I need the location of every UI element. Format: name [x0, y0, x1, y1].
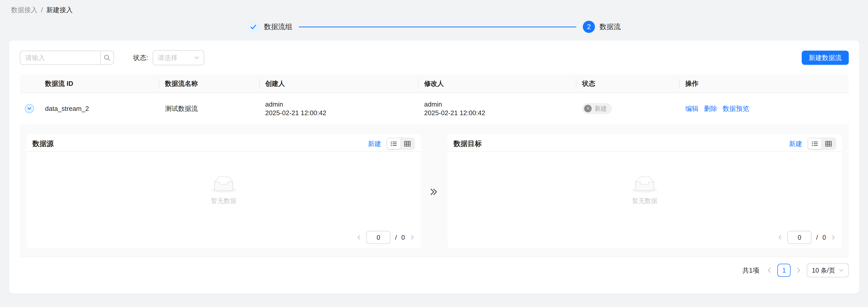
chevron-down-icon — [839, 268, 844, 273]
chevron-right-icon — [796, 267, 802, 273]
page-separator: / — [816, 234, 818, 241]
data-source-panel: 数据源 新建 暂 — [26, 134, 421, 249]
created-timestamp: 2025-02-21 12:00:42 — [265, 109, 412, 117]
empty-box-icon — [211, 176, 236, 193]
prev-page-button[interactable] — [777, 235, 783, 240]
view-toggle — [807, 137, 836, 150]
main-card: 状态: 请选择 新建数据流 数据流 ID 数据流名称 创建人 修改人 状态 操作 — [9, 40, 859, 294]
column-header-modifier: 修改人 — [418, 79, 576, 88]
cell-modifier: admin 2025-02-21 12:00:42 — [418, 100, 576, 117]
status-filter-label: 状态: — [133, 53, 148, 62]
column-header-id: 数据流 ID — [39, 79, 159, 88]
delete-link[interactable]: 删除 — [704, 104, 717, 113]
datastream-table: 数据流 ID 数据流名称 创建人 修改人 状态 操作 data_stream_2… — [20, 74, 849, 257]
collapse-row-button[interactable] — [25, 104, 34, 113]
data-preview-link[interactable]: 数据预览 — [723, 104, 749, 113]
search-icon — [103, 54, 111, 61]
panel-title: 数据目标 — [454, 139, 482, 149]
page-size-select[interactable]: 10 条/页 — [807, 263, 849, 277]
chevron-left-icon — [777, 235, 783, 240]
cell-stream-id: data_stream_2 — [39, 105, 159, 113]
column-header-name: 数据流名称 — [159, 79, 259, 88]
chevron-left-icon — [766, 267, 772, 273]
page-number-input[interactable] — [366, 231, 391, 244]
chevron-down-icon — [194, 55, 199, 60]
breadcrumb: 数据接入 / 新建接入 — [11, 6, 73, 14]
status-select-placeholder: 请选择 — [158, 53, 177, 62]
column-header-creator: 创建人 — [259, 79, 418, 88]
column-header-status: 状态 — [576, 79, 679, 88]
page-size-value: 10 条/页 — [812, 266, 835, 275]
step-dataflow[interactable]: 2 数据流 — [583, 21, 621, 33]
chevron-left-icon — [356, 235, 362, 240]
cell-status: 新建 — [576, 103, 679, 114]
search-input[interactable] — [20, 51, 100, 65]
chevron-down-icon — [27, 106, 32, 111]
pagination-page-1[interactable]: 1 — [777, 264, 790, 277]
step-number-badge: 2 — [583, 21, 595, 33]
grid-view-icon[interactable] — [401, 139, 414, 149]
pagination-next-button[interactable] — [796, 267, 802, 273]
step-dataflow-group[interactable]: 数据流组 — [247, 21, 292, 33]
search-button[interactable] — [100, 51, 114, 65]
cell-stream-name: 测试数据流 — [159, 104, 259, 113]
cell-actions: 编辑 删除 数据预览 — [679, 104, 849, 113]
pagination-prev-button[interactable] — [766, 267, 772, 273]
source-pagination: / 0 — [26, 229, 421, 249]
modified-timestamp: 2025-02-21 12:00:42 — [424, 109, 570, 117]
edit-link[interactable]: 编辑 — [685, 104, 699, 113]
empty-text: 暂无数据 — [211, 197, 236, 205]
table-header-row: 数据流 ID 数据流名称 创建人 修改人 状态 操作 — [20, 74, 849, 93]
next-page-button[interactable] — [831, 235, 836, 240]
pagination-total: 共1项 — [742, 266, 759, 275]
new-target-link[interactable]: 新建 — [789, 140, 802, 148]
step-label: 数据流 — [599, 22, 621, 32]
page-number-input[interactable] — [787, 231, 812, 244]
page-total: 0 — [401, 234, 405, 241]
status-select[interactable]: 请选择 — [153, 50, 204, 65]
modifier-name: admin — [424, 100, 570, 109]
step-connector-line — [299, 27, 576, 27]
breadcrumb-separator: / — [41, 6, 43, 14]
next-page-button[interactable] — [409, 235, 415, 240]
step-label: 数据流组 — [264, 22, 292, 32]
chevron-right-icon — [831, 235, 836, 240]
status-badge: 新建 — [582, 103, 612, 114]
breadcrumb-parent[interactable]: 数据接入 — [11, 6, 37, 14]
panel-title: 数据源 — [32, 139, 54, 149]
creator-name: admin — [265, 100, 412, 109]
steps-wizard: 数据流组 2 数据流 — [247, 21, 621, 33]
data-target-panel: 数据目标 新建 — [447, 134, 842, 249]
chevron-right-icon — [409, 235, 415, 240]
clock-icon — [584, 105, 592, 112]
prev-page-button[interactable] — [356, 235, 362, 240]
grid-view-icon[interactable] — [822, 139, 835, 149]
new-source-link[interactable]: 新建 — [368, 140, 381, 148]
empty-box-icon — [632, 176, 657, 193]
status-badge-label: 新建 — [595, 104, 607, 113]
target-empty-state: 暂无数据 — [447, 152, 842, 229]
source-empty-state: 暂无数据 — [26, 152, 421, 229]
toolbar: 状态: 请选择 新建数据流 — [20, 51, 849, 65]
list-view-icon[interactable] — [387, 139, 400, 149]
cell-creator: admin 2025-02-21 12:00:42 — [259, 100, 418, 117]
page: 数据接入 / 新建接入 数据流组 2 数据流 状态: — [0, 0, 868, 307]
empty-text: 暂无数据 — [632, 197, 657, 205]
target-pagination: / 0 — [447, 229, 842, 249]
check-icon — [247, 21, 259, 33]
table-pagination: 共1项 1 10 条/页 — [742, 263, 849, 277]
expanded-row-area: 数据源 新建 暂 — [20, 124, 849, 257]
search-group — [20, 51, 114, 65]
new-datastream-button[interactable]: 新建数据流 — [802, 51, 849, 65]
breadcrumb-current: 新建接入 — [46, 6, 73, 14]
column-header-actions: 操作 — [679, 79, 849, 88]
list-view-icon[interactable] — [808, 139, 822, 149]
page-total: 0 — [823, 234, 826, 241]
table-row: data_stream_2 测试数据流 admin 2025-02-21 12:… — [20, 93, 849, 124]
view-toggle — [386, 137, 415, 150]
page-separator: / — [395, 234, 397, 241]
double-chevron-right-icon — [428, 186, 440, 198]
